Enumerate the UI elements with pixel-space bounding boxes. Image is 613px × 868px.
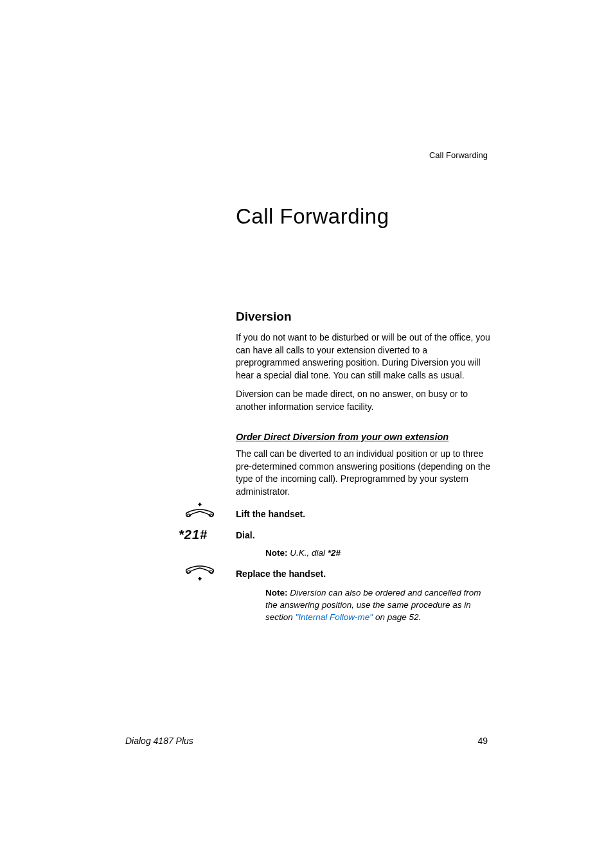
cross-reference-link[interactable]: "Internal Follow-me" [296, 612, 373, 622]
note-body: on page 52. [373, 612, 421, 622]
step-label: Replace the handset. [236, 569, 326, 579]
note-label: Note: [265, 548, 288, 558]
footer-product-name: Dialog 4187 Plus [125, 736, 193, 746]
note-label: Note: [265, 588, 288, 598]
page-title: Call Forwarding [236, 204, 389, 229]
step-label: Lift the handset. [236, 509, 305, 519]
note-text: Note: U.K., dial *2# [265, 548, 341, 558]
footer-page-number: 49 [477, 736, 488, 746]
note-body: U.K., dial [288, 548, 328, 558]
dial-code: *21# [179, 527, 208, 542]
handset-lift-icon [183, 501, 217, 519]
note-text: Note: Diversion can also be ordered and … [265, 587, 487, 624]
handset-replace-icon [183, 564, 217, 582]
page-container: Call Forwarding Call Forwarding Diversio… [0, 0, 613, 868]
section-title: Diversion [236, 310, 292, 324]
step-label: Dial. [236, 530, 255, 540]
subsection-title: Order Direct Diversion from your own ext… [236, 432, 449, 442]
note-code: *2# [328, 548, 341, 558]
body-paragraph: The call can be diverted to an individua… [236, 448, 493, 498]
body-paragraph: Diversion can be made direct, on no answ… [236, 388, 493, 413]
header-breadcrumb: Call Forwarding [429, 150, 488, 160]
body-paragraph: If you do not want to be disturbed or wi… [236, 332, 493, 382]
